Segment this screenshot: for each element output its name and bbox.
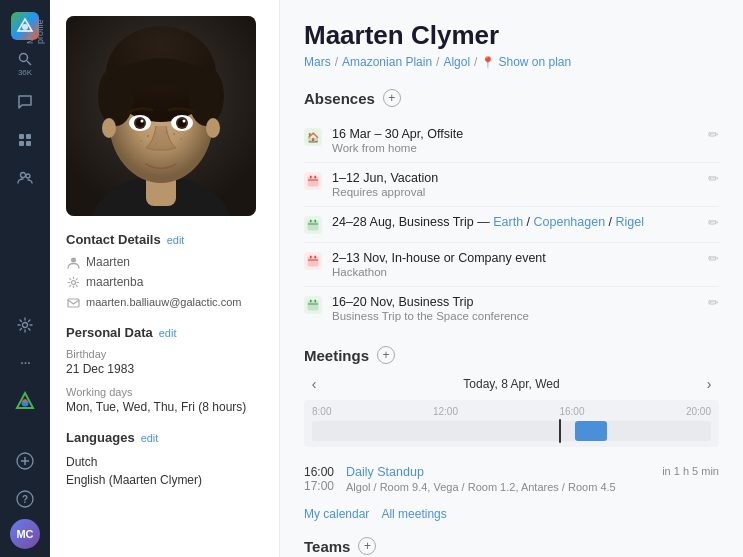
detail-panel: Maarten Clymer Mars / Amazonian Plain / …	[280, 0, 743, 557]
hour-12: 12:00	[433, 406, 458, 417]
hour-20: 20:00	[686, 406, 711, 417]
profile-panel: Contact Details edit Maarten maartenba	[50, 0, 280, 557]
absence-edit-icon[interactable]: ✏	[708, 295, 719, 310]
person-name: Maarten Clymer	[304, 20, 719, 51]
sidebar-item-settings[interactable]	[7, 307, 43, 343]
calendar-nav: ‹ Today, 8 Apr, Wed ›	[304, 374, 719, 394]
absence-business-trip: 24–28 Aug, Business Trip — Earth / Copen…	[304, 207, 719, 243]
sidebar-item-search[interactable]: 36K	[7, 46, 43, 82]
personal-title: Personal Data	[66, 325, 153, 340]
svg-point-42	[71, 257, 76, 262]
personal-edit-link[interactable]: edit	[159, 327, 177, 339]
meetings-title: Meetings	[304, 347, 369, 364]
contact-email: maarten.balliauw@galactic.com	[66, 295, 263, 309]
cal-date-label: Today, 8 Apr, Wed	[463, 377, 559, 391]
breadcrumb-mars[interactable]: Mars	[304, 55, 331, 69]
absences-header: Absences +	[304, 89, 719, 107]
next-arrow[interactable]: ›	[699, 374, 719, 394]
sidebar-item-add[interactable]	[7, 443, 43, 479]
prev-arrow[interactable]: ‹	[304, 374, 324, 394]
languages-section: Languages edit Dutch English (Maarten Cl…	[66, 430, 263, 489]
svg-line-3	[27, 61, 31, 65]
svg-point-40	[102, 118, 116, 138]
earth-link[interactable]: Earth	[493, 215, 523, 229]
svg-rect-56	[315, 256, 317, 259]
breadcrumb-amazonian[interactable]: Amazonian Plain	[342, 55, 432, 69]
handle-value: maartenba	[86, 275, 143, 289]
sidebar-item-chat[interactable]	[7, 84, 43, 120]
svg-rect-49	[308, 221, 318, 230]
languages-edit-link[interactable]: edit	[141, 432, 159, 444]
show-on-plan-link[interactable]: Show on plan	[481, 55, 571, 69]
add-absence-button[interactable]: +	[383, 89, 401, 107]
svg-point-35	[173, 133, 175, 135]
svg-rect-52	[315, 220, 317, 223]
working-days-value: Mon, Tue, Wed, Thu, Fri (8 hours)	[66, 400, 263, 414]
sidebar-item-people[interactable]	[7, 160, 43, 196]
absence-subtitle: Work from home	[332, 142, 719, 154]
sidebar: My profile 36K ···	[0, 0, 50, 557]
sidebar-count: 36K	[18, 68, 32, 77]
inhouse-icon	[304, 252, 322, 270]
sidebar-item-more[interactable]: ···	[7, 345, 43, 381]
svg-rect-55	[310, 256, 312, 259]
business-icon	[304, 216, 322, 234]
svg-rect-57	[308, 301, 318, 310]
absence-info: 16 Mar – 30 Apr, Offsite Work from home	[332, 127, 719, 154]
rigel-link[interactable]: Rigel	[616, 215, 645, 229]
contact-edit-link[interactable]: edit	[167, 234, 185, 246]
absence-title: 2–13 Nov, In-house or Company event	[332, 251, 719, 265]
absence-edit-icon[interactable]: ✏	[708, 127, 719, 142]
svg-point-43	[71, 280, 75, 284]
contact-handle: maartenba	[66, 275, 263, 289]
absence-edit-icon[interactable]: ✏	[708, 215, 719, 230]
sidebar-item-help[interactable]: ?	[7, 481, 43, 517]
my-calendar-link[interactable]: My calendar	[304, 507, 369, 521]
absence-subtitle: Hackathon	[332, 266, 719, 278]
add-team-button[interactable]: +	[358, 537, 376, 555]
personal-section: Personal Data edit Birthday 21 Dec 1983 …	[66, 325, 263, 414]
svg-point-37	[180, 138, 182, 140]
svg-rect-59	[310, 300, 312, 303]
gear-icon	[66, 275, 80, 289]
absence-nov-business: 16–20 Nov, Business Trip Business Trip t…	[304, 287, 719, 330]
svg-rect-53	[308, 257, 318, 266]
absence-info: 1–12 Jun, Vacation Requires approval	[332, 171, 719, 198]
absence-inhouse: 2–13 Nov, In-house or Company event Hack…	[304, 243, 719, 287]
svg-point-2	[20, 54, 28, 62]
timeline-bar	[312, 421, 711, 441]
svg-point-34	[147, 135, 149, 137]
user-avatar[interactable]: MC	[10, 519, 40, 549]
absence-edit-icon[interactable]: ✏	[708, 171, 719, 186]
language-dutch: Dutch	[66, 453, 263, 471]
svg-point-9	[26, 174, 30, 178]
svg-point-41	[206, 118, 220, 138]
languages-title: Languages	[66, 430, 135, 445]
absence-subtitle: Business Trip to the Space conference	[332, 310, 719, 322]
home-icon: 🏠	[304, 128, 322, 146]
svg-point-8	[21, 173, 26, 178]
all-meetings-link[interactable]: All meetings	[381, 507, 446, 521]
copenhagen-link[interactable]: Copenhagen	[534, 215, 606, 229]
main-content: Contact Details edit Maarten maartenba	[50, 0, 743, 557]
absence-edit-icon[interactable]: ✏	[708, 251, 719, 266]
hour-8: 8:00	[312, 406, 331, 417]
add-meeting-button[interactable]: +	[377, 346, 395, 364]
meeting-start: 16:00	[304, 465, 334, 479]
meeting-title[interactable]: Daily Standup	[346, 465, 654, 479]
sidebar-item-grid[interactable]	[7, 122, 43, 158]
personal-header: Personal Data edit	[66, 325, 263, 340]
timeline-event	[575, 421, 607, 441]
sidebar-logo: My profile	[7, 8, 43, 44]
meeting-item: 16:00 17:00 Daily Standup Algol / Room 9…	[304, 459, 719, 499]
meeting-duration: in 1 h 5 min	[662, 465, 719, 477]
svg-point-13	[23, 399, 27, 403]
breadcrumb-algol[interactable]: Algol	[443, 55, 470, 69]
svg-rect-60	[315, 300, 317, 303]
sidebar-item-color[interactable]	[7, 383, 43, 419]
vacation-icon	[304, 172, 322, 190]
meeting-end: 17:00	[304, 479, 334, 493]
meetings-header: Meetings +	[304, 346, 719, 364]
working-days-label: Working days	[66, 386, 263, 398]
svg-rect-7	[26, 141, 31, 146]
